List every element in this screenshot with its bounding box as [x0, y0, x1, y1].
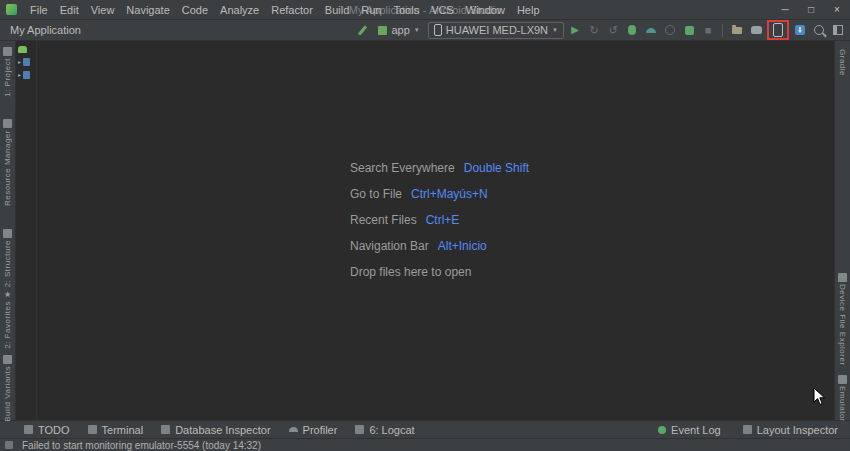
- debug-icon[interactable]: [624, 22, 640, 38]
- sidebar-item-resource-manager[interactable]: Resource Manager: [0, 119, 15, 206]
- tab-label: Layout Inspector: [757, 424, 838, 436]
- device-phone-icon: [434, 24, 442, 36]
- layout-toggle-icon[interactable]: [830, 22, 846, 38]
- menu-code[interactable]: Code: [176, 4, 214, 16]
- project-tree-item[interactable]: ▸: [16, 58, 36, 66]
- device-selector-dropdown[interactable]: HUAWEI MED-LX9N ▼: [428, 22, 564, 39]
- project-tree-root[interactable]: [16, 46, 36, 53]
- search-everywhere-icon[interactable]: [811, 22, 827, 38]
- sidebar-item-device-file-explorer[interactable]: Device File Explorer: [835, 273, 850, 366]
- right-tool-strip: Gradle Device File Explorer Emulator: [834, 41, 850, 420]
- file-icon: [23, 71, 30, 79]
- sidebar-item-build-variants[interactable]: Build Variants: [0, 355, 15, 422]
- emulator-tool-icon: [838, 375, 847, 384]
- chevron-down-icon: ▼: [552, 27, 558, 33]
- tab-label: Event Log: [671, 424, 721, 436]
- hint-shortcut: Double Shift: [464, 161, 529, 175]
- bottom-tool-bar: TODO Terminal Database Inspector Profile…: [0, 420, 850, 438]
- tool-strip-label: 2: Structure: [3, 240, 12, 287]
- main-area: 1: Project Resource Manager 2: Structure…: [0, 41, 850, 420]
- tab-event-log[interactable]: Event Log: [658, 424, 721, 436]
- minimize-icon[interactable]: ─: [772, 4, 798, 15]
- tab-profiler[interactable]: Profiler: [289, 424, 338, 436]
- menu-run[interactable]: Run: [355, 4, 387, 16]
- sidebar-item-structure[interactable]: 2: Structure: [0, 229, 15, 287]
- hint-label: Go to File: [350, 187, 402, 201]
- chevron-down-icon: ▼: [414, 27, 420, 33]
- module-icon: [378, 26, 387, 35]
- logcat-icon: [355, 425, 364, 434]
- run-button[interactable]: ▶: [567, 22, 583, 38]
- toolbar-actions: app ▼ HUAWEI MED-LX9N ▼ ▶ ↻ ↺ ■: [354, 20, 850, 40]
- tab-terminal[interactable]: Terminal: [88, 424, 144, 436]
- build-icon[interactable]: [354, 22, 370, 38]
- sidebar-item-emulator[interactable]: Emulator: [835, 375, 850, 422]
- tool-strip-label: Resource Manager: [3, 130, 12, 206]
- menu-refactor[interactable]: Refactor: [265, 4, 319, 16]
- tab-database-inspector[interactable]: Database Inspector: [161, 424, 270, 436]
- menu-file[interactable]: File: [24, 4, 54, 16]
- close-icon[interactable]: ×: [824, 4, 850, 15]
- sidebar-item-project[interactable]: 1: Project: [0, 47, 15, 97]
- expand-arrow-icon: ▸: [18, 59, 21, 65]
- sidebar-item-gradle[interactable]: Gradle: [835, 49, 850, 76]
- menu-help[interactable]: Help: [511, 4, 546, 16]
- editor-area[interactable]: Search Everywhere Double Shift Go to Fil…: [37, 41, 834, 420]
- menu-edit[interactable]: Edit: [54, 4, 85, 16]
- window-controls: ─ □ ×: [772, 4, 850, 15]
- menu-tools[interactable]: Tools: [387, 4, 425, 16]
- profile-apk-folder-icon[interactable]: [729, 22, 745, 38]
- sdk-glyph-icon: [795, 25, 805, 35]
- hint-go-to-file: Go to File Ctrl+Mayús+N: [350, 181, 529, 207]
- menu-analyze[interactable]: Analyze: [214, 4, 265, 16]
- puzzle-glyph-icon: [685, 26, 694, 35]
- gauge-glyph-icon: [646, 28, 656, 33]
- menu-window[interactable]: Window: [460, 4, 511, 16]
- menu-bar: File Edit View Navigate Code Analyze Ref…: [24, 4, 546, 16]
- apply-changes-icon[interactable]: ↻: [586, 22, 602, 38]
- todo-icon: [24, 425, 33, 434]
- stop-icon[interactable]: ■: [700, 22, 716, 38]
- resource-manager-tool-icon: [3, 119, 12, 128]
- menu-navigate[interactable]: Navigate: [120, 4, 175, 16]
- hint-shortcut: Alt+Inicio: [438, 239, 487, 253]
- profile-icon[interactable]: [643, 22, 659, 38]
- menu-vcs[interactable]: VCS: [425, 4, 460, 16]
- tool-strip-label: 1: Project: [3, 58, 12, 97]
- maximize-icon[interactable]: □: [798, 4, 824, 15]
- bottom-bar-left: TODO Terminal Database Inspector Profile…: [24, 424, 415, 436]
- attach-profiler-icon[interactable]: [662, 22, 678, 38]
- android-icon: [18, 46, 27, 53]
- hint-shortcut: Ctrl+E: [426, 213, 460, 227]
- device-manager-icon[interactable]: [770, 22, 786, 38]
- device-file-explorer-tool-icon: [838, 273, 847, 282]
- sidebar-item-favorites[interactable]: ★ 2: Favorites: [0, 291, 15, 349]
- module-selector-dropdown[interactable]: app ▼: [373, 23, 424, 38]
- android-studio-window: File Edit View Navigate Code Analyze Ref…: [0, 0, 850, 451]
- shortcut-hints: Search Everywhere Double Shift Go to Fil…: [350, 155, 529, 285]
- attach-debugger-icon[interactable]: [681, 22, 697, 38]
- gradle-sync-icon[interactable]: [748, 22, 764, 38]
- hint-label: Drop files here to open: [350, 265, 471, 279]
- phone-glyph-icon: [773, 23, 783, 37]
- tab-logcat[interactable]: 6: Logcat: [355, 424, 414, 436]
- build-pencil-icon: [358, 25, 367, 35]
- tool-window-toggle-icon[interactable]: [5, 441, 13, 449]
- tab-layout-inspector[interactable]: Layout Inspector: [743, 424, 838, 436]
- elephant-glyph-icon: [751, 26, 762, 34]
- tab-label: 6: Logcat: [369, 424, 414, 436]
- star-icon: ★: [4, 291, 11, 299]
- layout-inspector-icon: [743, 425, 752, 434]
- tab-todo[interactable]: TODO: [24, 424, 70, 436]
- project-tree-item[interactable]: ▸: [16, 71, 36, 79]
- structure-tool-icon: [3, 229, 12, 238]
- menu-build[interactable]: Build: [319, 4, 355, 16]
- project-tool-icon: [3, 47, 12, 56]
- status-message: Failed to start monitoring emulator-5554…: [22, 440, 261, 451]
- project-breadcrumb[interactable]: My Application: [10, 24, 81, 36]
- project-panel[interactable]: ▸ ▸: [16, 41, 37, 420]
- menu-view[interactable]: View: [85, 4, 121, 16]
- sdk-manager-icon[interactable]: [792, 22, 808, 38]
- apply-code-changes-icon[interactable]: ↺: [605, 22, 621, 38]
- database-icon: [161, 425, 170, 434]
